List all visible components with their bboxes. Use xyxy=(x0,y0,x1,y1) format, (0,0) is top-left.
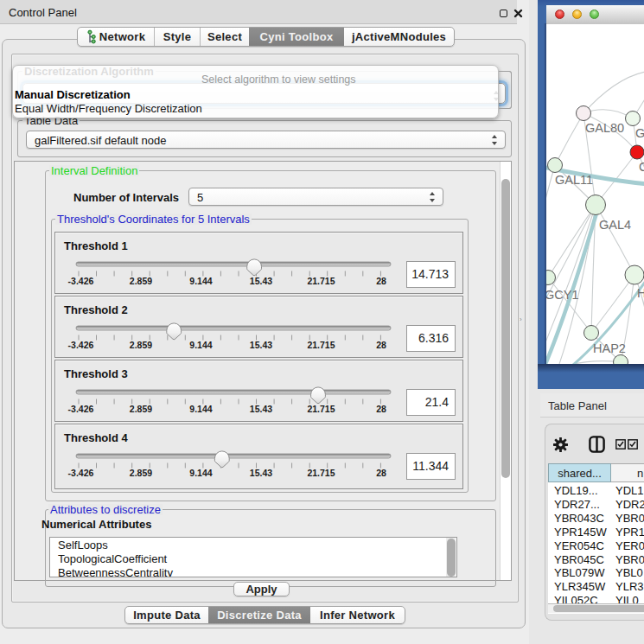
svg-text:15.43: 15.43 xyxy=(250,276,272,286)
svg-text:HAP2: HAP2 xyxy=(593,341,626,355)
svg-text:G.: G. xyxy=(635,126,644,140)
svg-text:GAL80: GAL80 xyxy=(585,121,624,135)
svg-text:9.144: 9.144 xyxy=(189,340,212,350)
svg-text:H: H xyxy=(637,286,644,300)
svg-text:9.144: 9.144 xyxy=(189,276,212,286)
svg-text:28: 28 xyxy=(376,468,386,478)
svg-text:-3.426: -3.426 xyxy=(68,404,94,414)
svg-text:GAL4: GAL4 xyxy=(599,218,631,232)
svg-text:C: C xyxy=(639,160,644,174)
svg-text:2.859: 2.859 xyxy=(130,340,152,350)
svg-text:28: 28 xyxy=(376,276,386,286)
svg-text:15.43: 15.43 xyxy=(250,404,272,414)
svg-text:28: 28 xyxy=(376,404,386,414)
svg-text:-3.426: -3.426 xyxy=(68,468,94,478)
svg-text:-3.426: -3.426 xyxy=(68,276,94,286)
svg-text:21.715: 21.715 xyxy=(307,468,335,478)
svg-text:15.43: 15.43 xyxy=(250,468,272,478)
svg-text:21.715: 21.715 xyxy=(307,276,335,286)
svg-text:-3.426: -3.426 xyxy=(68,340,94,350)
svg-text:GAL11: GAL11 xyxy=(555,173,593,187)
svg-text:GCY1: GCY1 xyxy=(546,288,579,302)
svg-text:9.144: 9.144 xyxy=(189,404,212,414)
svg-text:28: 28 xyxy=(376,340,386,350)
svg-text:21.715: 21.715 xyxy=(307,404,335,414)
svg-text:9.144: 9.144 xyxy=(189,468,212,478)
svg-text:2.859: 2.859 xyxy=(130,404,152,414)
svg-text:21.715: 21.715 xyxy=(307,340,335,350)
svg-text:15.43: 15.43 xyxy=(250,340,272,350)
svg-text:2.859: 2.859 xyxy=(130,468,152,478)
svg-text:2.859: 2.859 xyxy=(130,276,152,286)
